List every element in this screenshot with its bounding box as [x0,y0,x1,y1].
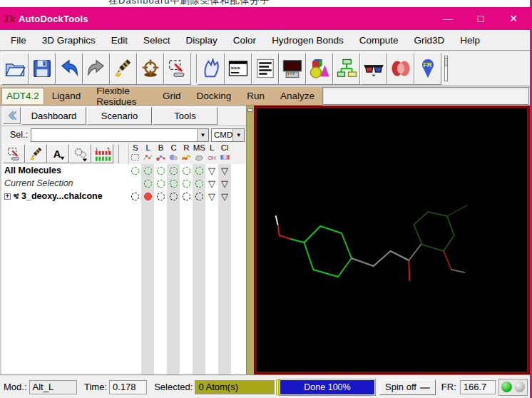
maximize-button[interactable]: □ [464,7,497,30]
tab-tools[interactable]: Tools [153,107,218,125]
cmd-dropdown-arrow-icon[interactable]: ▼ [232,129,244,141]
dropdown-triangle-icon[interactable]: ▽ [208,192,215,201]
toolbar-slider[interactable] [444,56,448,81]
monitor-button[interactable] [279,53,306,85]
expand-icon[interactable]: + [4,193,11,200]
gray-status-ball-icon[interactable] [514,382,525,392]
open-folder-button[interactable] [1,53,29,85]
tab-dashboard[interactable]: Dashboard [21,107,86,125]
cmd-combobox[interactable]: CMD ▼ [211,128,245,142]
toggle-circle-on[interactable] [144,193,152,200]
menu-display[interactable]: Display [178,31,225,50]
color-bars-button[interactable]: 15 [91,144,113,163]
tree-cell-l[interactable]: ▽ [205,177,218,190]
menu-hydrogen-bonds[interactable]: Hydrogen Bonds [264,31,352,50]
marquee-select-button[interactable] [164,53,191,85]
adt-tab-adt4-2[interactable]: ADT4.2 [1,88,44,104]
column-header-l[interactable]: LOH [205,143,218,164]
adt-tab-run[interactable]: Run [239,89,272,103]
tree-cell-b[interactable] [154,164,167,177]
tree-row-label[interactable]: Current Selection [1,178,128,188]
tree-cell-c[interactable] [167,164,180,177]
tree-cell-r[interactable] [180,177,193,190]
dropdown-triangle-icon[interactable]: ▽ [221,179,228,188]
panel-viewer-splitter[interactable] [246,106,254,374]
toggle-circle[interactable] [170,193,178,200]
menu-color[interactable]: Color [225,31,264,50]
toggle-circle-green[interactable] [157,180,165,188]
tree-cell-cl[interactable]: ▽ [218,190,231,203]
column-header-c[interactable]: C [168,143,180,164]
tree-row-all-molecules[interactable]: All Molecules▽▽ [1,164,246,177]
tree-cell-c[interactable] [167,177,180,190]
target-button[interactable] [137,53,164,85]
tree-row-3-deoxy-chalcone[interactable]: +3_deoxy...chalcone▽▽ [1,190,246,203]
tree-cell-s[interactable] [128,177,141,190]
flexible-residues-fr-button[interactable]: FR [414,53,441,85]
tree-cell-ms[interactable] [193,164,205,177]
tree-cell-l[interactable] [141,190,154,203]
label-a-button[interactable]: A [47,144,69,163]
column-header-b[interactable]: B [155,143,168,164]
spin-toggle-button[interactable]: Spin off [379,379,436,395]
tree-row-current-selection[interactable]: Current Selection▽▽ [1,177,246,190]
tab-scenario[interactable]: Scenario [87,107,152,125]
tree-cell-ms[interactable] [193,177,205,190]
glove-button[interactable] [198,53,225,85]
gears-button[interactable] [69,144,91,163]
selection-combobox[interactable]: ▼ [31,128,209,142]
tree-cell-cl[interactable]: ▽ [218,164,231,177]
toggle-circle[interactable] [195,193,203,200]
toggle-circle-green[interactable] [170,167,178,175]
tree-row-label[interactable]: +3_deoxy...chalcone [1,191,128,201]
menu-grid3d[interactable]: Grid3D [406,31,452,50]
orbitals-button[interactable] [387,53,414,85]
adt-tab-grid[interactable]: Grid [155,89,189,103]
tree-cell-l[interactable]: ▽ [205,164,218,177]
menu-help[interactable]: Help [452,31,488,50]
toggle-circle-green[interactable] [144,180,152,188]
redo-button[interactable] [83,53,110,85]
toggle-circle[interactable] [183,193,190,200]
tree-widget-button[interactable] [333,53,360,85]
3d-viewer[interactable] [254,106,530,374]
stereo-glasses-button[interactable] [360,53,387,85]
toggle-circle-green[interactable] [183,180,190,188]
menu-compute[interactable]: Compute [352,31,406,50]
tree-cell-cl[interactable]: ▽ [218,177,231,190]
menu-3d-graphics[interactable]: 3D Graphics [34,31,103,50]
text-lines-button[interactable] [252,53,279,85]
adt-tab-analyze[interactable]: Analyze [272,89,322,103]
column-header-cl[interactable]: Cl [218,143,231,164]
column-header-s[interactable]: S [129,143,142,164]
tree-cell-r[interactable] [180,190,193,203]
tree-row-label[interactable]: All Molecules [1,165,128,175]
toggle-circle[interactable] [131,193,139,200]
toggle-circle-green[interactable] [157,167,165,175]
tree-cell-b[interactable] [154,190,167,203]
tree-cell-r[interactable] [180,164,193,177]
tree-cell-l[interactable]: ▽ [205,190,218,203]
green-status-ball-icon[interactable] [501,382,512,392]
selection-dropdown-arrow-icon[interactable]: ▼ [197,129,208,141]
dropdown-triangle-icon[interactable]: ▽ [208,179,215,188]
dropdown-triangle-icon[interactable]: ▽ [221,166,228,175]
geometry-shapes-button[interactable] [306,53,333,85]
tree-cell-ms[interactable] [193,190,205,203]
column-header-l[interactable]: L [142,143,155,164]
python-shell-button[interactable]: >>> [225,53,252,85]
column-header-ms[interactable]: MS [193,143,205,164]
menu-edit[interactable]: Edit [103,31,135,50]
collapse-panel-button[interactable] [3,107,21,124]
tree-cell-s[interactable] [128,164,141,177]
dropdown-triangle-icon[interactable]: ▽ [221,192,228,201]
tree-cell-l[interactable] [141,177,154,190]
tree-cell-l[interactable] [141,164,154,177]
adt-tab-ligand[interactable]: Ligand [44,89,89,103]
save-button[interactable] [29,53,56,85]
pencil-button[interactable] [110,53,137,85]
undo-button[interactable] [56,53,83,85]
toggle-circle-green[interactable] [183,167,190,175]
column-header-r[interactable]: R [180,143,193,164]
close-button[interactable]: ✕ [497,7,530,30]
